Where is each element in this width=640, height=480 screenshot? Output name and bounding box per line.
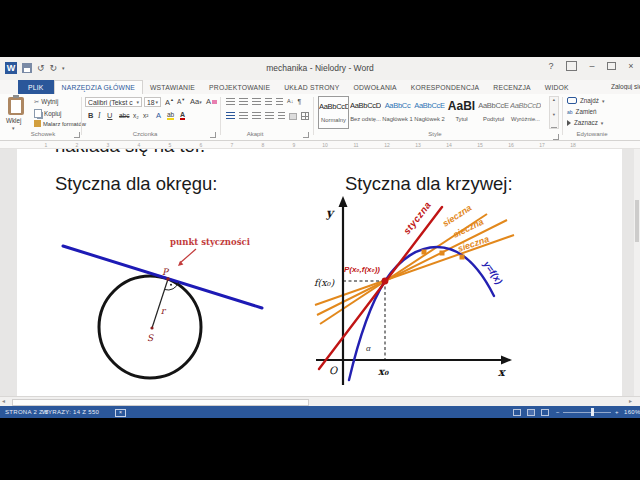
shading-icon[interactable] — [289, 113, 297, 120]
tab-uklad-strony[interactable]: UKŁAD STRONY — [277, 80, 346, 94]
tab-plik[interactable]: PLIK — [18, 80, 54, 94]
text-effects-button[interactable]: A — [156, 111, 161, 120]
style-item-3[interactable]: AaBbCcNagłówek 1 — [382, 96, 413, 129]
ruler-h-number: 18 — [570, 142, 576, 148]
proofing-status-icon[interactable]: × — [115, 409, 126, 417]
increase-indent-icon[interactable] — [276, 98, 283, 106]
ruler-h-number: 13 — [415, 142, 421, 148]
style-preview: AaBl — [446, 98, 477, 114]
read-mode-icon[interactable] — [513, 409, 521, 416]
word-count[interactable]: WYRAZY: 14 Z 550 — [42, 409, 99, 415]
zoom-slider-track[interactable] — [563, 412, 611, 413]
cut-button[interactable]: ✂ Wytnij — [34, 98, 58, 105]
align-left-icon[interactable] — [226, 112, 235, 120]
horizontal-scrollbar[interactable]: ◂ ▸ — [0, 396, 640, 406]
sign-in-link[interactable]: Zaloguj się — [611, 83, 640, 90]
style-name: Podtytuł — [478, 116, 509, 122]
zoom-out-icon[interactable]: − — [556, 409, 560, 415]
tab-wstawianie[interactable]: WSTAWIANIE — [143, 80, 202, 94]
superscript-button[interactable]: x² — [143, 112, 148, 119]
horizontal-ruler[interactable]: 123456789101112131415161718 — [0, 141, 640, 149]
scroll-right-icon[interactable]: ▸ — [629, 397, 632, 406]
bold-button[interactable]: B — [88, 111, 93, 120]
select-button[interactable]: Zaznacz ▾ — [567, 119, 603, 126]
gallery-up-icon[interactable]: ▴ — [553, 97, 555, 102]
styles-dialog-launcher-icon[interactable] — [553, 134, 559, 140]
strikethrough-button[interactable]: abc — [119, 112, 129, 119]
font-dialog-launcher-icon[interactable] — [210, 132, 216, 138]
tangent-line-red — [319, 207, 442, 369]
find-button[interactable]: Znajdź ▾ — [567, 97, 604, 104]
document-page[interactable]: nakłada się na tor. Styczna dla okręgu: … — [17, 149, 622, 396]
web-layout-icon[interactable] — [541, 409, 549, 416]
style-item-5[interactable]: AaBlTytuł — [446, 96, 477, 129]
style-item-6[interactable]: AaBbCcEPodtytuł — [478, 96, 509, 129]
center-label: S — [147, 333, 154, 343]
paste-dropdown-icon[interactable]: ▾ — [12, 125, 15, 131]
tab-recenzja[interactable]: RECENZJA — [486, 80, 537, 94]
copy-button[interactable]: Kopiuj — [34, 109, 62, 118]
align-right-icon[interactable] — [252, 112, 261, 120]
italic-button[interactable]: I — [98, 111, 101, 120]
align-center-icon[interactable] — [239, 112, 248, 120]
clear-formatting-button[interactable]: A — [206, 97, 217, 106]
font-size-dropdown-icon: ▾ — [155, 99, 158, 105]
font-name-select[interactable]: Calibri (Tekst c ▾ — [85, 97, 142, 107]
x-axis-arrow — [501, 356, 512, 365]
style-item-1[interactable]: AaBbCcDcNormalny — [318, 96, 349, 129]
paragraph-dialog-launcher-icon[interactable] — [303, 132, 309, 138]
scroll-left-icon[interactable]: ◂ — [2, 397, 5, 406]
y-axis-label: y — [325, 206, 335, 220]
zoom-in-icon[interactable]: + — [615, 409, 619, 415]
decrease-indent-icon[interactable] — [265, 98, 272, 106]
horizontal-scrollbar-thumb[interactable] — [12, 399, 309, 406]
tab-narzedzia-glowne[interactable]: NARZĘDZIA GŁÓWNE — [54, 80, 143, 94]
paste-button[interactable]: Wklej — [6, 117, 21, 124]
zoom-level[interactable]: 160% — [624, 409, 640, 415]
underline-button[interactable]: U — [107, 111, 112, 120]
font-color-button[interactable]: A — [180, 111, 185, 120]
change-case-button[interactable]: Aa▾ — [190, 97, 202, 106]
pilcrow-icon[interactable]: ¶ — [297, 98, 301, 106]
vertical-scrollbar-thumb[interactable] — [635, 200, 639, 242]
tab-korespondencja[interactable]: KORESPONDENCJA — [404, 80, 487, 94]
clipboard-dialog-launcher-icon[interactable] — [74, 132, 80, 138]
shrink-font-button[interactable]: A▼ — [177, 97, 185, 105]
format-painter-button[interactable]: Malarz formatów — [34, 120, 86, 127]
gallery-down-icon[interactable]: ▾ — [553, 112, 555, 117]
highlight-color-button[interactable]: ab — [167, 111, 174, 120]
replace-button[interactable]: ab Zamień — [567, 108, 597, 115]
styles-gallery-scroll[interactable]: ▴ ▾ — [549, 96, 559, 129]
vertical-scrollbar[interactable] — [634, 149, 640, 396]
sort-icon[interactable]: A↓ — [287, 98, 293, 106]
ribbon-display-options-icon[interactable] — [566, 61, 577, 71]
multilevel-list-icon[interactable] — [252, 98, 261, 106]
close-icon[interactable]: × — [625, 61, 637, 71]
minimize-icon[interactable]: – — [586, 61, 598, 71]
style-item-4[interactable]: AaBbCcENagłówek 2 — [414, 96, 445, 129]
paste-clipboard-icon[interactable] — [8, 97, 24, 115]
subscript-button[interactable]: x₂ — [133, 112, 139, 119]
bullets-icon[interactable] — [226, 98, 235, 106]
font-size-select[interactable]: 18 ▾ — [144, 97, 161, 107]
zoom-slider-thumb[interactable] — [591, 408, 594, 416]
grow-font-button[interactable]: A▲ — [165, 97, 174, 107]
tab-odwolania[interactable]: ODWOŁANIA — [346, 80, 403, 94]
numbering-icon[interactable] — [239, 98, 248, 106]
restore-icon[interactable] — [607, 62, 616, 70]
ruler-h-number: 4 — [138, 142, 141, 148]
tab-widok[interactable]: WIDOK — [538, 80, 576, 94]
style-item-2[interactable]: AaBbCcDcBez odstę... — [350, 96, 381, 129]
borders-icon[interactable] — [301, 112, 309, 120]
paste-label: Wklej — [6, 117, 21, 124]
tab-projektowanie[interactable]: PROJEKTOWANIE — [202, 80, 277, 94]
origin-label: O — [329, 365, 338, 376]
help-icon[interactable]: ? — [545, 61, 557, 71]
justify-icon[interactable] — [265, 112, 274, 120]
print-layout-icon[interactable] — [527, 409, 535, 416]
ruler-h-number: 16 — [508, 142, 514, 148]
figures-canvas: P r S punkt styczności — [17, 149, 622, 396]
ruler-h-number: 8 — [262, 142, 265, 148]
style-item-7[interactable]: AaBbCcDcWyróżnie... — [510, 96, 541, 129]
line-spacing-icon[interactable] — [278, 112, 285, 120]
